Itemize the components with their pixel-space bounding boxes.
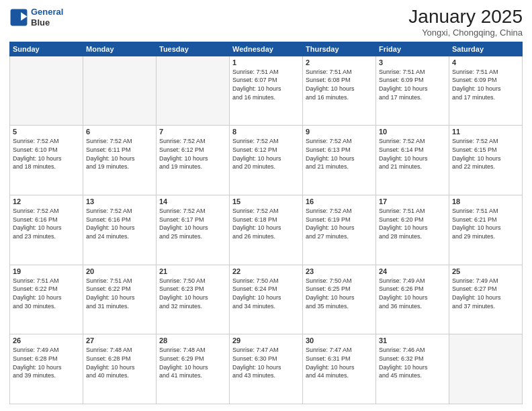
calendar-cell: 6Sunrise: 7:52 AM Sunset: 6:11 PM Daylig… bbox=[83, 126, 157, 195]
calendar-cell: 31Sunrise: 7:46 AM Sunset: 6:32 PM Dayli… bbox=[376, 334, 449, 404]
day-number: 12 bbox=[13, 197, 80, 205]
day-info: Sunrise: 7:51 AM Sunset: 6:21 PM Dayligh… bbox=[452, 207, 519, 240]
day-info: Sunrise: 7:51 AM Sunset: 6:22 PM Dayligh… bbox=[13, 277, 80, 310]
logo: General Blue bbox=[9, 7, 63, 28]
calendar-cell: 4Sunrise: 7:51 AM Sunset: 6:09 PM Daylig… bbox=[449, 56, 523, 126]
day-number: 16 bbox=[306, 197, 373, 205]
week-row-2: 5Sunrise: 7:52 AM Sunset: 6:10 PM Daylig… bbox=[10, 126, 523, 195]
day-number: 30 bbox=[306, 336, 373, 345]
day-number: 25 bbox=[452, 267, 519, 275]
logo-text: General Blue bbox=[31, 7, 63, 28]
title-block: January 2025 Yongxi, Chongqing, China bbox=[408, 7, 523, 38]
weekday-header-row: SundayMondayTuesdayWednesdayThursdayFrid… bbox=[10, 42, 523, 56]
calendar-cell: 13Sunrise: 7:52 AM Sunset: 6:16 PM Dayli… bbox=[83, 195, 157, 265]
day-number: 13 bbox=[86, 197, 153, 205]
weekday-header-tuesday: Tuesday bbox=[157, 42, 230, 56]
day-info: Sunrise: 7:52 AM Sunset: 6:16 PM Dayligh… bbox=[13, 207, 80, 240]
page: General Blue January 2025 Yongxi, Chongq… bbox=[0, 0, 532, 411]
calendar-cell: 16Sunrise: 7:52 AM Sunset: 6:19 PM Dayli… bbox=[303, 195, 376, 265]
day-info: Sunrise: 7:52 AM Sunset: 6:12 PM Dayligh… bbox=[232, 137, 300, 171]
day-info: Sunrise: 7:52 AM Sunset: 6:10 PM Dayligh… bbox=[13, 137, 80, 171]
day-number: 27 bbox=[86, 336, 153, 345]
week-row-4: 19Sunrise: 7:51 AM Sunset: 6:22 PM Dayli… bbox=[10, 265, 523, 334]
day-info: Sunrise: 7:51 AM Sunset: 6:09 PM Dayligh… bbox=[379, 68, 446, 101]
calendar-cell: 18Sunrise: 7:51 AM Sunset: 6:21 PM Dayli… bbox=[449, 195, 523, 265]
logo-line1: General bbox=[31, 7, 63, 17]
day-info: Sunrise: 7:49 AM Sunset: 6:26 PM Dayligh… bbox=[379, 277, 446, 310]
day-info: Sunrise: 7:51 AM Sunset: 6:22 PM Dayligh… bbox=[86, 277, 153, 310]
calendar-cell: 24Sunrise: 7:49 AM Sunset: 6:26 PM Dayli… bbox=[376, 265, 449, 334]
day-number: 5 bbox=[13, 128, 80, 136]
calendar-cell: 23Sunrise: 7:50 AM Sunset: 6:25 PM Dayli… bbox=[303, 265, 376, 334]
main-title: January 2025 bbox=[408, 7, 523, 28]
logo-line2: Blue bbox=[31, 17, 63, 28]
weekday-header-saturday: Saturday bbox=[449, 42, 523, 56]
day-info: Sunrise: 7:46 AM Sunset: 6:32 PM Dayligh… bbox=[379, 346, 446, 379]
week-row-3: 12Sunrise: 7:52 AM Sunset: 6:16 PM Dayli… bbox=[10, 195, 523, 265]
weekday-header-monday: Monday bbox=[83, 42, 157, 56]
calendar-cell bbox=[83, 56, 157, 126]
day-info: Sunrise: 7:52 AM Sunset: 6:18 PM Dayligh… bbox=[232, 207, 300, 240]
calendar-cell: 15Sunrise: 7:52 AM Sunset: 6:18 PM Dayli… bbox=[230, 195, 303, 265]
day-info: Sunrise: 7:47 AM Sunset: 6:31 PM Dayligh… bbox=[306, 346, 373, 379]
day-number: 11 bbox=[452, 128, 519, 136]
calendar-cell: 9Sunrise: 7:52 AM Sunset: 6:13 PM Daylig… bbox=[303, 126, 376, 195]
day-info: Sunrise: 7:51 AM Sunset: 6:20 PM Dayligh… bbox=[379, 207, 446, 240]
day-number: 10 bbox=[379, 128, 446, 136]
day-number: 18 bbox=[452, 197, 519, 205]
day-number: 26 bbox=[13, 336, 80, 345]
calendar-cell: 11Sunrise: 7:52 AM Sunset: 6:15 PM Dayli… bbox=[449, 126, 523, 195]
calendar-cell: 27Sunrise: 7:48 AM Sunset: 6:28 PM Dayli… bbox=[83, 334, 157, 404]
day-number: 28 bbox=[159, 336, 226, 345]
week-row-1: 1Sunrise: 7:51 AM Sunset: 6:07 PM Daylig… bbox=[10, 56, 523, 126]
week-row-5: 26Sunrise: 7:49 AM Sunset: 6:28 PM Dayli… bbox=[10, 334, 523, 404]
day-info: Sunrise: 7:52 AM Sunset: 6:16 PM Dayligh… bbox=[86, 207, 153, 240]
logo-icon bbox=[9, 8, 28, 27]
day-number: 2 bbox=[306, 58, 373, 66]
calendar-cell: 10Sunrise: 7:52 AM Sunset: 6:14 PM Dayli… bbox=[376, 126, 449, 195]
calendar-cell: 28Sunrise: 7:48 AM Sunset: 6:29 PM Dayli… bbox=[157, 334, 230, 404]
day-number: 24 bbox=[379, 267, 446, 275]
calendar-cell bbox=[157, 56, 230, 126]
calendar-cell: 19Sunrise: 7:51 AM Sunset: 6:22 PM Dayli… bbox=[10, 265, 83, 334]
calendar-cell: 14Sunrise: 7:52 AM Sunset: 6:17 PM Dayli… bbox=[157, 195, 230, 265]
day-number: 22 bbox=[232, 267, 300, 275]
day-info: Sunrise: 7:52 AM Sunset: 6:12 PM Dayligh… bbox=[159, 137, 226, 171]
subtitle: Yongxi, Chongqing, China bbox=[408, 28, 523, 38]
day-number: 14 bbox=[159, 197, 226, 205]
calendar-cell bbox=[449, 334, 523, 404]
day-number: 6 bbox=[86, 128, 153, 136]
day-info: Sunrise: 7:50 AM Sunset: 6:25 PM Dayligh… bbox=[306, 277, 373, 310]
day-info: Sunrise: 7:47 AM Sunset: 6:30 PM Dayligh… bbox=[232, 346, 300, 379]
day-number: 9 bbox=[306, 128, 373, 136]
calendar-cell: 30Sunrise: 7:47 AM Sunset: 6:31 PM Dayli… bbox=[303, 334, 376, 404]
day-info: Sunrise: 7:52 AM Sunset: 6:19 PM Dayligh… bbox=[306, 207, 373, 240]
day-number: 15 bbox=[232, 197, 300, 205]
day-number: 21 bbox=[159, 267, 226, 275]
calendar-cell: 8Sunrise: 7:52 AM Sunset: 6:12 PM Daylig… bbox=[230, 126, 303, 195]
calendar-cell: 5Sunrise: 7:52 AM Sunset: 6:10 PM Daylig… bbox=[10, 126, 83, 195]
calendar-cell: 12Sunrise: 7:52 AM Sunset: 6:16 PM Dayli… bbox=[10, 195, 83, 265]
day-info: Sunrise: 7:49 AM Sunset: 6:27 PM Dayligh… bbox=[452, 277, 519, 310]
day-info: Sunrise: 7:52 AM Sunset: 6:17 PM Dayligh… bbox=[159, 207, 226, 240]
day-number: 19 bbox=[13, 267, 80, 275]
day-info: Sunrise: 7:52 AM Sunset: 6:15 PM Dayligh… bbox=[452, 137, 519, 171]
header: General Blue January 2025 Yongxi, Chongq… bbox=[9, 7, 523, 38]
day-number: 8 bbox=[232, 128, 300, 136]
day-info: Sunrise: 7:48 AM Sunset: 6:28 PM Dayligh… bbox=[86, 346, 153, 379]
day-number: 17 bbox=[379, 197, 446, 205]
day-number: 31 bbox=[379, 336, 446, 345]
day-info: Sunrise: 7:50 AM Sunset: 6:23 PM Dayligh… bbox=[159, 277, 226, 310]
calendar-cell: 1Sunrise: 7:51 AM Sunset: 6:07 PM Daylig… bbox=[230, 56, 303, 126]
calendar-table: SundayMondayTuesdayWednesdayThursdayFrid… bbox=[9, 42, 523, 404]
day-number: 7 bbox=[159, 128, 226, 136]
calendar-cell: 22Sunrise: 7:50 AM Sunset: 6:24 PM Dayli… bbox=[230, 265, 303, 334]
day-number: 1 bbox=[232, 58, 300, 66]
day-info: Sunrise: 7:51 AM Sunset: 6:08 PM Dayligh… bbox=[306, 68, 373, 101]
day-number: 29 bbox=[232, 336, 300, 345]
calendar-cell: 17Sunrise: 7:51 AM Sunset: 6:20 PM Dayli… bbox=[376, 195, 449, 265]
calendar-cell bbox=[10, 56, 83, 126]
day-number: 3 bbox=[379, 58, 446, 66]
weekday-header-friday: Friday bbox=[376, 42, 449, 56]
day-info: Sunrise: 7:50 AM Sunset: 6:24 PM Dayligh… bbox=[232, 277, 300, 310]
